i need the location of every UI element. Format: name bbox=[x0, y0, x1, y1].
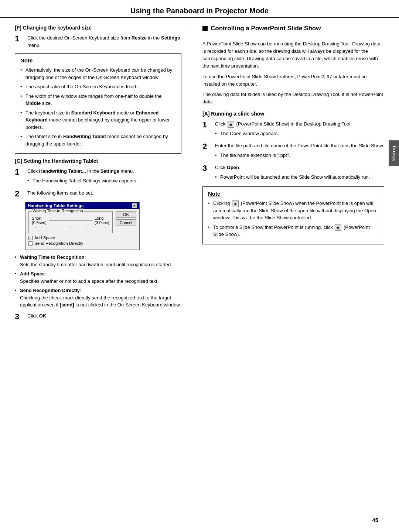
page: Using the Panaboard in Projector Mode [F… bbox=[0, 0, 399, 532]
step-a1-content: Click ▣ (PowerPoint Slide Show) in the D… bbox=[215, 120, 384, 138]
ppt-icon-step1: ▣ bbox=[228, 121, 234, 128]
step-f1: 1 Click the desired On-Screen Keyboard s… bbox=[15, 34, 181, 49]
step-g3: 3 Click OK. bbox=[15, 312, 181, 321]
note-ppt-title: Note bbox=[208, 191, 379, 197]
section-g-bullet-sendrecognition: Send Recognition Directly:Checking the c… bbox=[15, 287, 181, 309]
dialog-cancel-button[interactable]: Cancel bbox=[116, 219, 136, 226]
note-f: Note Alternatively, the size of the On-S… bbox=[15, 53, 181, 154]
section-g-heading: [G] Setting the Handwriting Tablet bbox=[15, 158, 181, 164]
slider-ok-row: Waiting Time to Recognition Short (0.5se… bbox=[28, 211, 136, 236]
dialog-checkbox-add-space-row: ✓ Add Space bbox=[28, 236, 136, 240]
step-a3: 3 Click Open. PowerPoint will be launche… bbox=[202, 164, 384, 182]
section-ppt-heading: Controlling a PowerPoint Slide Show bbox=[211, 25, 321, 32]
step-a2-content: Enter the file path and file name of the… bbox=[215, 142, 384, 160]
ppt-intro-1: A PowerPoint Slide Show can be run using… bbox=[202, 40, 384, 70]
black-square-icon bbox=[202, 26, 208, 31]
left-column: [F] Changing the keyboard size 1 Click t… bbox=[15, 25, 192, 325]
step-a1-sub1: The Open window appears. bbox=[215, 130, 384, 137]
page-header: Using the Panaboard in Projector Mode bbox=[0, 0, 399, 18]
dialog-checkbox-add-space[interactable]: ✓ bbox=[28, 236, 33, 240]
step-a3-content: Click Open. PowerPoint will be launched … bbox=[215, 164, 384, 182]
slider-row: Short (0.5sec) Long (3.0sec) bbox=[32, 216, 109, 225]
slider-long-time: (3.0sec) bbox=[95, 220, 109, 225]
ppt-icon-note1: ▣ bbox=[232, 200, 239, 207]
step-a3-number: 3 bbox=[202, 164, 213, 173]
slider-short: Short (0.5sec) bbox=[32, 216, 47, 225]
slider-ticks: ' ' ' ' ' bbox=[32, 226, 109, 230]
step-g2-content: The following items can be set. bbox=[27, 189, 181, 197]
section-ppt-heading-box: Controlling a PowerPoint Slide Show bbox=[202, 25, 384, 36]
dialog-screenshot: Handwriting Tablet Settings × Waiting Ti… bbox=[25, 202, 140, 250]
dialog-close-button[interactable]: × bbox=[132, 203, 137, 208]
note-f-bullet-1: Alternatively, the size of the On-Screen… bbox=[20, 66, 176, 81]
step-a2: 2 Enter the file path and file name of t… bbox=[202, 142, 384, 160]
dialog-ok-button[interactable]: OK bbox=[116, 211, 136, 218]
step-g1: 1 Click Handwriting Tablet... in the Set… bbox=[15, 168, 181, 186]
step-f1-number: 1 bbox=[15, 34, 25, 43]
step-g1-content: Click Handwriting Tablet... in the Setti… bbox=[27, 168, 181, 186]
section-a: [A] Running a slide show 1 Click ▣ (Powe… bbox=[202, 111, 384, 244]
dialog-titlebar: Handwriting Tablet Settings × bbox=[25, 202, 139, 209]
dialog-checkbox-send-recognition[interactable] bbox=[28, 241, 33, 246]
ppt-icon-note2: ▣ bbox=[335, 224, 341, 231]
step-g2-number: 2 bbox=[15, 189, 25, 198]
note-f-title: Note bbox=[20, 57, 176, 64]
page-title: Using the Panaboard in Projector Mode bbox=[130, 7, 269, 15]
note-f-bullet-4: The keyboard size in Standard Keyboard m… bbox=[20, 109, 176, 131]
step-a2-subbullets: The file name extension is ".ppt". bbox=[215, 152, 384, 159]
step-a3-subbullets: PowerPoint will be launched and the Slid… bbox=[215, 174, 384, 181]
slider-long: Long (3.0sec) bbox=[95, 216, 109, 225]
step-a2-number: 2 bbox=[202, 142, 213, 151]
section-g-bullets: Waiting Time to Recognition:Sets the sta… bbox=[15, 254, 181, 309]
note-ppt-bullet-2: To control a Slide Show that PowerPoint … bbox=[208, 224, 379, 238]
step-g2: 2 The following items can be set. bbox=[15, 189, 181, 198]
slider-track[interactable] bbox=[49, 220, 92, 221]
section-f: [F] Changing the keyboard size 1 Click t… bbox=[15, 25, 181, 154]
note-ppt-bullets: Clicking ▣ (PowerPoint Slide Show) when … bbox=[208, 200, 379, 238]
dialog-group-slider: Waiting Time to Recognition Short (0.5se… bbox=[28, 211, 113, 233]
step-g3-content: Click OK. bbox=[27, 312, 181, 320]
note-f-bullet-2: The aspect ratio of the On-Screen Keyboa… bbox=[20, 83, 176, 90]
step-g1-subbullets: The Handwriting Tablet Settings window a… bbox=[27, 177, 181, 185]
slider-long-label: Long bbox=[95, 216, 109, 220]
slider-short-label: Short bbox=[32, 216, 47, 220]
step-g1-sub1: The Handwriting Tablet Settings window a… bbox=[27, 177, 181, 185]
step-f1-content: Click the desired On-Screen Keyboard siz… bbox=[27, 34, 181, 49]
slider-short-time: (0.5sec) bbox=[32, 220, 47, 225]
dialog-checkbox-add-space-label: Add Space bbox=[34, 236, 55, 240]
step-a1: 1 Click ▣ (PowerPoint Slide Show) in the… bbox=[202, 120, 384, 138]
right-column: Controlling a PowerPoint Slide Show A Po… bbox=[192, 25, 384, 325]
note-f-bullet-5: The tablet size in Handwriting Tablet mo… bbox=[20, 133, 176, 147]
note-ppt-bullet-1: Clicking ▣ (PowerPoint Slide Show) when … bbox=[208, 200, 379, 222]
section-g: [G] Setting the Handwriting Tablet 1 Cli… bbox=[15, 158, 181, 321]
dialog-title: Handwriting Tablet Settings bbox=[28, 203, 83, 208]
dialog-group-label: Waiting Time to Recognition bbox=[32, 209, 84, 213]
section-a-heading: [A] Running a slide show bbox=[202, 111, 384, 117]
section-f-heading: [F] Changing the keyboard size bbox=[15, 25, 181, 31]
sidebar-tab: Using bbox=[389, 140, 399, 166]
step-g1-number: 1 bbox=[15, 168, 25, 176]
ppt-intro-3: The drawing data for slides is used by t… bbox=[202, 91, 384, 106]
page-number: 45 bbox=[372, 517, 378, 523]
step-a3-sub1: PowerPoint will be launched and the Slid… bbox=[215, 174, 384, 181]
section-g-bullet-waiting: Waiting Time to Recognition:Sets the sta… bbox=[15, 254, 181, 268]
note-ppt: Note Clicking ▣ (PowerPoint Slide Show) … bbox=[202, 186, 384, 244]
step-a1-number: 1 bbox=[202, 120, 213, 129]
dialog-buttons: OK Cancel bbox=[116, 211, 136, 226]
section-g-bullet-addspace: Add Space:Specifies whether or not to ad… bbox=[15, 270, 181, 285]
columns: [F] Changing the keyboard size 1 Click t… bbox=[0, 25, 399, 325]
note-f-bullets: Alternatively, the size of the On-Screen… bbox=[20, 66, 176, 147]
step-g3-number: 3 bbox=[15, 312, 25, 321]
step-a1-subbullets: The Open window appears. bbox=[215, 130, 384, 137]
dialog-body: Waiting Time to Recognition Short (0.5se… bbox=[25, 209, 139, 250]
dialog-checkbox-send-recognition-label: Send Recognition Directly bbox=[34, 241, 83, 246]
ppt-intro-2: To use the PowerPoint Slide Show feature… bbox=[202, 73, 384, 88]
note-f-bullet-3: The width of the window size ranges from… bbox=[20, 93, 176, 107]
dialog-checkbox-send-recognition-row: Send Recognition Directly bbox=[28, 241, 136, 246]
step-a2-sub1: The file name extension is ".ppt". bbox=[215, 152, 384, 159]
